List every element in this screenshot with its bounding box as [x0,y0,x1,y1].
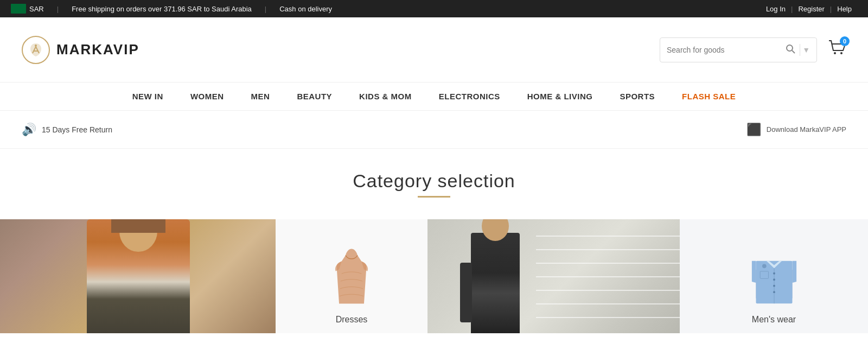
help-link[interactable]: Help [832,5,857,13]
dresses-label: Dresses [336,315,368,325]
search-box[interactable]: ▼ [660,37,817,62]
nav-item-electronics[interactable]: ELECTRONICS [439,92,500,101]
search-input[interactable] [667,46,783,54]
header-right: ▼ 0 [660,37,846,62]
category-title: Category selection [0,170,868,192]
flag-icon: SA [11,4,26,14]
search-button[interactable] [783,44,797,56]
svg-point-6 [840,52,843,54]
svg-rect-0 [11,4,26,14]
navigation: NEW IN WOMEN MEN BEAUTY KIDS & MOM ELECT… [0,82,868,111]
login-link[interactable]: Log In [761,5,791,13]
download-text: Download MarkaVIP APP [767,125,846,134]
separator-2: | [265,5,266,13]
separator-1: | [57,5,59,13]
download-app[interactable]: ⬛ Download MarkaVIP APP [746,123,846,137]
logo[interactable]: MARKAVIP [22,36,139,64]
nav-item-sports[interactable]: SPORTS [620,92,655,101]
svg-text:SA: SA [15,7,21,12]
dress-image [330,246,373,306]
currency-selector[interactable]: SA SAR [11,4,44,14]
svg-point-5 [834,52,836,54]
cod-text: Cash on delivery [279,5,332,13]
category-section: Category selection [0,149,868,333]
register-link[interactable]: Register [793,5,829,13]
svg-point-10 [773,278,775,281]
cart-button[interactable]: 0 [828,39,846,61]
info-bar: 🔊 15 Days Free Return ⬛ Download MarkaVI… [0,111,868,149]
nav-item-men[interactable]: MEN [251,92,270,101]
top-bar-left: SA SAR | Free shipping on orders over 37… [11,4,332,14]
cart-badge: 0 [840,36,850,46]
svg-point-14 [762,264,767,269]
category-card-men[interactable] [427,219,680,333]
nav-item-home-living[interactable]: HOME & LIVING [527,92,593,101]
logo-icon [22,36,50,64]
tablet-icon: ⬛ [746,123,761,137]
category-card-mens-wear[interactable]: Men's wear [680,219,868,333]
category-card-dresses[interactable]: Dresses [276,219,427,333]
currency-label: SAR [29,5,44,13]
mens-wear-image [750,246,799,306]
category-card-women[interactable] [0,219,276,333]
category-underline [418,196,450,198]
header: MARKAVIP ▼ 0 [0,17,868,82]
svg-point-11 [773,285,775,287]
nav-item-new-in[interactable]: NEW IN [132,92,163,101]
shipping-text: Free shipping on orders over 371.96 SAR … [72,5,252,13]
svg-point-9 [773,272,775,275]
svg-line-4 [792,50,795,53]
nav-item-flash-sale[interactable]: FLASH SALE [682,92,736,101]
nav-item-beauty[interactable]: BEAUTY [297,92,332,101]
svg-point-12 [773,291,775,293]
top-bar-right: Log In | Register | Help [761,5,857,13]
logo-text: MARKAVIP [56,41,139,58]
category-grid: Dresses [0,219,868,333]
nav-item-women[interactable]: WOMEN [190,92,224,101]
svg-point-3 [787,45,793,51]
return-policy: 🔊 15 Days Free Return [22,123,112,137]
search-extra-icon: ▼ [802,46,810,54]
speaker-icon: 🔊 [22,123,36,137]
mens-wear-label: Men's wear [752,315,796,325]
nav-item-kids-mom[interactable]: KIDS & MOM [359,92,412,101]
return-text: 15 Days Free Return [42,125,112,134]
top-bar: SA SAR | Free shipping on orders over 37… [0,0,868,17]
search-divider [800,44,800,56]
svg-point-2 [35,45,37,47]
